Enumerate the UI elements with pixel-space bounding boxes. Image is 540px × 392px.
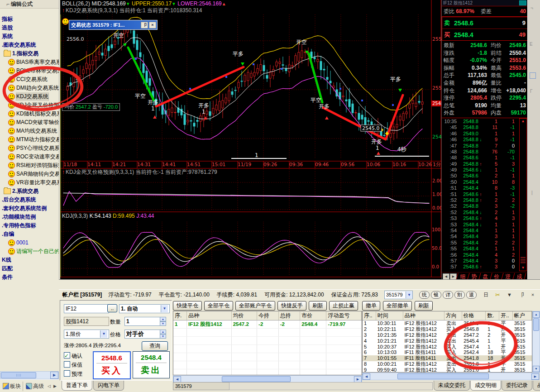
browse-button[interactable]: .. bbox=[107, 304, 117, 312]
chevron-down-icon[interactable]: ▼ bbox=[507, 292, 512, 297]
button-全部账户平仓[interactable]: 全部账户平仓 bbox=[235, 301, 275, 311]
price-stepper[interactable]: ▲▼ bbox=[160, 330, 166, 338]
sidebar-item[interactable]: .专用特色指标 bbox=[0, 221, 59, 230]
sidebar-item[interactable]: 0001 bbox=[0, 239, 59, 247]
sidebar-item[interactable]: PSY心理线交易系统 bbox=[0, 144, 59, 153]
order-row[interactable]: 610:13:03IF11 股指1411买入2542.418平3515 bbox=[363, 349, 532, 355]
button-刷新[interactable]: 刷新 bbox=[309, 301, 327, 311]
checkbox-row[interactable]: 预埋 bbox=[64, 369, 82, 378]
spin-up-icon[interactable]: ▲ bbox=[160, 317, 166, 321]
scrollbar-thumb[interactable] bbox=[397, 373, 489, 379]
order-row[interactable]: 510:20:37IF12 股指1412买入2547.41开3515 bbox=[363, 344, 532, 350]
tab-普通下单[interactable]: 普通下单 bbox=[62, 381, 92, 391]
tools-icon[interactable]: ✂ bbox=[495, 292, 500, 298]
scroll-down-icon[interactable]: ▼ bbox=[520, 265, 526, 271]
quote-mini-header[interactable]: IF12 股指1412 bbox=[442, 0, 528, 6]
order-row[interactable]: 810:00:21IF12 股指1412卖出2551.81平3515 bbox=[363, 361, 532, 367]
sidebar-item[interactable]: CCI交易系统 bbox=[0, 75, 59, 84]
button-撤单[interactable]: 撤单 bbox=[362, 301, 380, 311]
close-icon[interactable]: × bbox=[531, 292, 535, 297]
pin-icon[interactable]: 卩 bbox=[519, 292, 525, 298]
orders-hscrollbar[interactable]: ◀ ▶ bbox=[362, 373, 540, 380]
sidebar-item[interactable]: 2.系统交易 bbox=[0, 187, 59, 196]
button-刷新[interactable]: 刷新 bbox=[415, 301, 433, 311]
sidebar-item[interactable]: MTM动力指标交易系统 bbox=[0, 135, 59, 144]
scroll-left-icon[interactable]: ◀ bbox=[173, 376, 181, 382]
tab-闪电下单[interactable]: 闪电下单 bbox=[93, 381, 124, 391]
qty-input[interactable]: 1 bbox=[124, 317, 162, 326]
order-row[interactable]: 909:59:40IF12 股指1412买入2551.01开3515 bbox=[363, 367, 532, 373]
sidebar-item[interactable]: KDJ交易系统 bbox=[0, 92, 59, 101]
order-type-select[interactable]: 1.限价▼ bbox=[64, 330, 109, 339]
chart-smiley-icon[interactable] bbox=[62, 18, 70, 26]
tick-list[interactable]: ▲ ▼ 10:352548.811:452548.811-1:462549.01… bbox=[442, 118, 528, 272]
tick-scrollbar[interactable]: ▲ ▼ bbox=[519, 118, 527, 271]
checkbox-icon[interactable] bbox=[64, 361, 70, 368]
sidebar-item[interactable]: KDJ金死叉价格预测 bbox=[0, 101, 59, 110]
sidebar-item[interactable]: ROC变动速率交易系统 bbox=[0, 153, 59, 161]
button-止损止赢[interactable]: 止损止赢 bbox=[329, 301, 358, 311]
sidebar-item[interactable]: .功能模块范例 bbox=[0, 213, 59, 221]
checkbox-row[interactable]: 保值 bbox=[64, 360, 82, 369]
spin-down-icon[interactable]: ▼ bbox=[160, 321, 166, 326]
sidebar-item[interactable]: 1.指标交易 bbox=[0, 49, 59, 58]
sidebar-item[interactable]: SAR抛物转向交易系统 bbox=[0, 170, 59, 178]
mini-button-统[interactable]: 统 bbox=[419, 291, 430, 299]
tab-prev-icon[interactable]: ◁ bbox=[47, 384, 52, 388]
sidebar-hscrollbar[interactable]: ▶ bbox=[0, 371, 59, 379]
order-row[interactable]: 410:21:21IF12 股指1412卖出2545.41平3515 bbox=[363, 338, 532, 344]
mini-button-详[interactable]: 详 bbox=[443, 291, 453, 299]
sidebar-item[interactable]: 请编写一个自己的交易 bbox=[0, 247, 59, 256]
order-row[interactable]: 310:21:35IF12 股指1412卖出2547.22开3515 bbox=[363, 332, 532, 338]
price-input[interactable]: 对手价 bbox=[124, 330, 162, 339]
button-全部平仓[interactable]: 全部平仓 bbox=[204, 301, 233, 311]
scroll-right-icon[interactable]: ▶ bbox=[531, 373, 539, 380]
order-row[interactable]: 110:30:11IF12 股指1412卖出2548.81平3515 bbox=[363, 320, 532, 326]
sidebar-item[interactable]: .套利交易系统范例 bbox=[0, 204, 59, 213]
ask-row[interactable]: 卖 2548.6 9 bbox=[442, 17, 527, 29]
query-button[interactable]: 查询 bbox=[142, 341, 168, 351]
tab-委托记录[interactable]: 委托记录 bbox=[502, 381, 532, 391]
mini-button-退[interactable]: 退 bbox=[466, 291, 477, 299]
scroll-up-icon[interactable]: ▲ bbox=[533, 311, 540, 318]
scrollbar-thumb[interactable] bbox=[521, 257, 526, 264]
qty-stepper[interactable]: ▲▼ bbox=[160, 317, 166, 325]
scrollbar-thumb[interactable] bbox=[1, 372, 36, 378]
chevron-down-icon[interactable]: ▼ bbox=[100, 330, 107, 338]
tab-成交明细[interactable]: 成交明细 bbox=[470, 381, 501, 391]
sidebar-item[interactable]: RSI相对强弱指标交易 bbox=[0, 161, 59, 170]
spin-down-icon[interactable]: ▼ bbox=[160, 334, 166, 339]
scroll-right-icon[interactable]: ▶ bbox=[50, 372, 58, 379]
contract-code-input[interactable]: IF12 bbox=[64, 304, 109, 313]
mini-button-割[interactable]: 割 bbox=[454, 291, 465, 299]
sidebar-item[interactable]: MACD突破零轴价格 bbox=[0, 118, 59, 127]
sidebar-item[interactable]: VR容量比率交易系统 bbox=[0, 178, 59, 187]
tab-blocks[interactable]: 板块 bbox=[1, 382, 23, 391]
button-快捷反手[interactable]: 快捷反手 bbox=[277, 301, 306, 311]
checkbox-row[interactable]: 确认 bbox=[64, 351, 82, 360]
sell-button[interactable]: 2548.4 卖出 bbox=[133, 351, 170, 378]
bid-row[interactable]: 买 2548.4 49 bbox=[442, 29, 527, 40]
scroll-down-icon[interactable]: ▼ bbox=[533, 366, 540, 372]
scrollbar-thumb[interactable] bbox=[222, 376, 291, 382]
close-icon[interactable]: × bbox=[149, 22, 156, 29]
sidebar-item[interactable]: 指标 bbox=[0, 15, 59, 24]
trade-status-window[interactable]: 交易状态 351579 : IF1... 卩 × bbox=[69, 20, 158, 30]
sidebar-item[interactable]: BIAS乖离率交易系统 bbox=[0, 58, 59, 67]
mode-select[interactable]: 1. 自动▼ bbox=[119, 304, 170, 313]
mini-button-银[interactable]: 银 bbox=[431, 291, 441, 299]
sidebar-item[interactable]: .图表交易系统 bbox=[0, 41, 59, 49]
sidebar-item[interactable]: DMI趋向交易系统 bbox=[0, 84, 59, 92]
sidebar-item[interactable]: K线 bbox=[0, 256, 59, 264]
tab-advanced[interactable]: 高级 bbox=[24, 382, 46, 391]
spin-up-icon[interactable]: ▲ bbox=[160, 330, 166, 334]
buy-button[interactable]: 2548.6 买入 bbox=[93, 351, 131, 379]
order-row[interactable]: 210:22:11IF12 股指1412买入2545.81开3515 bbox=[363, 326, 532, 332]
sidebar-item[interactable]: BOLL布林带交易系统 bbox=[0, 67, 59, 75]
scroll-up-icon[interactable]: ▲ bbox=[520, 119, 526, 124]
order-row[interactable]: 710:01:55IF11 股指1411卖出2541.818开3515 bbox=[363, 355, 532, 361]
scroll-right-icon[interactable]: ▶ bbox=[354, 376, 362, 382]
tab-next-icon[interactable]: ▶ bbox=[53, 384, 57, 388]
sidebar-item[interactable]: KD随机指标交易系统 bbox=[0, 110, 59, 118]
tab-未成交委托[interactable]: 未成交委托 bbox=[434, 381, 470, 391]
